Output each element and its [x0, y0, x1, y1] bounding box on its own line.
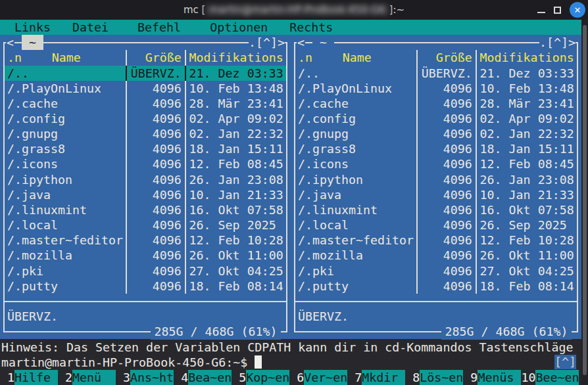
file-row[interactable]: /.. ÜBERVZ. 21. Dez 03:33: [5, 66, 286, 81]
file-mtime: 26. Sep 2025: [186, 217, 286, 233]
left-panel-path-tab[interactable]: ~: [22, 35, 43, 50]
right-file-list: /.. ÜBERVZ. 21. Dez 03:33 /.PlayOnLinux …: [295, 66, 577, 294]
title-host-redacted: martin@martin-HP-ProBook-450-G6: [205, 4, 389, 16]
file-row[interactable]: /.grass8 4096 18. Jan 15:11: [295, 141, 577, 156]
file-row[interactable]: /.java 4096 10. Jan 21:33: [5, 187, 286, 202]
minimize-icon[interactable]: [537, 12, 545, 13]
file-row[interactable]: /.mozilla 4096 26. Okt 11:00: [295, 248, 577, 263]
file-row[interactable]: /.icons 4096 12. Feb 08:45: [295, 156, 577, 171]
left-panel: < ~ .[^]> .nName Größe Modifikations /..…: [0, 35, 291, 339]
file-row[interactable]: /.PlayOnLinux 4096 10. Feb 13:48: [295, 81, 577, 96]
terminal-scrollbar[interactable]: [581, 20, 588, 385]
file-row[interactable]: /.putty 4096 18. Feb 08:14: [5, 279, 286, 294]
panels-toggle-button[interactable]: [^]: [554, 355, 576, 369]
file-row[interactable]: /.cache 4096 28. Mär 23:41: [5, 96, 286, 111]
menu-item[interactable]: Optionen: [210, 20, 268, 35]
file-row[interactable]: /.grass8 4096 18. Jan 15:11: [5, 141, 286, 156]
function-key[interactable]: 1 Hilfe: [0, 370, 58, 385]
history-forward-icon[interactable]: >: [278, 35, 285, 49]
updir-icon[interactable]: [^]: [547, 35, 568, 49]
function-key[interactable]: 7 Mkdir: [347, 370, 405, 385]
column-name[interactable]: Name: [312, 50, 416, 65]
file-name: /.icons: [298, 156, 418, 171]
file-name: /.gnupg: [7, 126, 127, 141]
function-key[interactable]: 3 Ans~ht: [116, 370, 174, 385]
menu-item[interactable]: Links: [14, 20, 51, 35]
history-back-icon[interactable]: <: [297, 35, 305, 50]
file-name: /.pki: [7, 263, 127, 279]
file-row[interactable]: /.config 4096 02. Apr 09:02: [5, 111, 286, 126]
file-name: /.icons: [7, 156, 127, 171]
scrollbar-thumb[interactable]: [583, 25, 587, 375]
file-row[interactable]: /.pki 4096 27. Okt 04:25: [295, 263, 577, 279]
function-key[interactable]: 8 Lös~en: [405, 370, 463, 385]
file-name: /.linuxmint: [298, 202, 418, 217]
file-row[interactable]: /.config 4096 02. Apr 09:02: [295, 111, 577, 126]
maximize-icon[interactable]: [554, 7, 561, 14]
command-line[interactable]: martin@martin-HP-ProBook-450-G6:~$ [^]: [0, 355, 581, 370]
file-row[interactable]: /.putty 4096 18. Feb 08:14: [295, 279, 577, 294]
file-size: 4096: [418, 217, 477, 233]
file-name: /.gnupg: [298, 126, 418, 141]
right-panel-path-tab[interactable]: ~: [312, 35, 334, 50]
column-size[interactable]: Größe: [127, 50, 186, 65]
file-mtime: 26. Okt 11:00: [186, 248, 286, 263]
sort-indicator[interactable]: .n: [7, 50, 22, 65]
file-name: /.local: [7, 217, 127, 233]
file-row[interactable]: /.linuxmint 4096 16. Okt 07:58: [295, 202, 577, 217]
history-forward-icon[interactable]: >: [568, 35, 576, 49]
file-mtime: 28. Mär 23:41: [186, 96, 286, 111]
function-key-number: 9: [463, 370, 478, 385]
file-row[interactable]: /.ipython 4096 26. Jan 23:08: [5, 172, 286, 187]
column-name[interactable]: Name: [22, 50, 126, 65]
file-size: 4096: [127, 248, 186, 263]
column-mtime[interactable]: Modifikations: [186, 50, 286, 65]
menu-item[interactable]: Datei: [72, 20, 109, 35]
history-back-icon[interactable]: <: [6, 35, 14, 50]
column-size[interactable]: Größe: [418, 50, 477, 65]
file-row[interactable]: /.master~feditor 4096 12. Feb 10:28: [295, 233, 577, 248]
file-row[interactable]: /.gnupg 4096 02. Jan 22:32: [295, 126, 577, 141]
function-key[interactable]: 9 Menüs: [463, 370, 521, 385]
file-row[interactable]: /.mozilla 4096 26. Okt 11:00: [5, 248, 286, 263]
dotfiles-toggle-icon[interactable]: .: [249, 35, 256, 49]
file-row[interactable]: /.icons 4096 12. Feb 08:45: [5, 156, 286, 171]
file-row[interactable]: /.master~feditor 4096 12. Feb 10:28: [5, 233, 286, 248]
file-row[interactable]: /.PlayOnLinux 4096 10. Feb 13:48: [5, 81, 286, 96]
file-mtime: 10. Jan 21:33: [477, 187, 577, 202]
file-row[interactable]: /.cache 4096 28. Mär 23:41: [295, 96, 577, 111]
file-row[interactable]: /.local 4096 26. Sep 2025: [5, 217, 286, 233]
file-size: 4096: [418, 172, 477, 187]
file-row[interactable]: /.. ÜBERVZ. 21. Dez 03:33: [295, 66, 577, 81]
function-key[interactable]: 4 Bea~en: [174, 370, 232, 385]
menu-item[interactable]: Rechts: [289, 20, 333, 35]
file-row[interactable]: /.local 4096 26. Sep 2025: [295, 217, 577, 233]
file-mtime: 02. Apr 09:02: [186, 111, 286, 126]
function-key-label: Lös~en: [420, 370, 463, 385]
function-key[interactable]: 2 Menü: [58, 370, 116, 385]
title-suffix: ]:~: [389, 4, 404, 16]
file-mtime: 12. Feb 08:45: [477, 156, 577, 171]
function-key[interactable]: 10 Bee~en: [521, 370, 579, 385]
dotfiles-toggle-icon[interactable]: .: [539, 35, 547, 49]
file-mtime: 18. Feb 08:14: [186, 279, 286, 294]
file-row[interactable]: /.pki 4096 27. Okt 04:25: [5, 263, 286, 279]
file-row[interactable]: /.java 4096 10. Jan 21:33: [295, 187, 577, 202]
sort-indicator[interactable]: .n: [298, 50, 312, 65]
file-row[interactable]: /.linuxmint 4096 16. Okt 07:58: [5, 202, 286, 217]
file-size: ÜBERVZ.: [127, 66, 186, 81]
mc-window: mc [martin@martin-HP-ProBook-450-G6]:~ ✕…: [0, 0, 588, 385]
file-size: 4096: [418, 81, 477, 96]
menu-item[interactable]: Befehl: [137, 20, 181, 35]
updir-icon[interactable]: [^]: [256, 35, 278, 49]
file-row[interactable]: /.gnupg 4096 02. Jan 22:32: [5, 126, 286, 141]
close-icon[interactable]: ✕: [570, 2, 585, 18]
file-row[interactable]: /.ipython 4096 26. Jan 23:08: [295, 172, 577, 187]
file-size: 4096: [127, 141, 186, 156]
function-key[interactable]: 5 Kop~en: [232, 370, 289, 385]
file-size: 4096: [127, 111, 186, 126]
file-name: /.mozilla: [298, 248, 418, 263]
column-mtime[interactable]: Modifikations: [477, 50, 577, 65]
right-free-space: 285G / 468G (61%): [441, 324, 572, 339]
function-key[interactable]: 6 Ver~en: [289, 370, 347, 385]
